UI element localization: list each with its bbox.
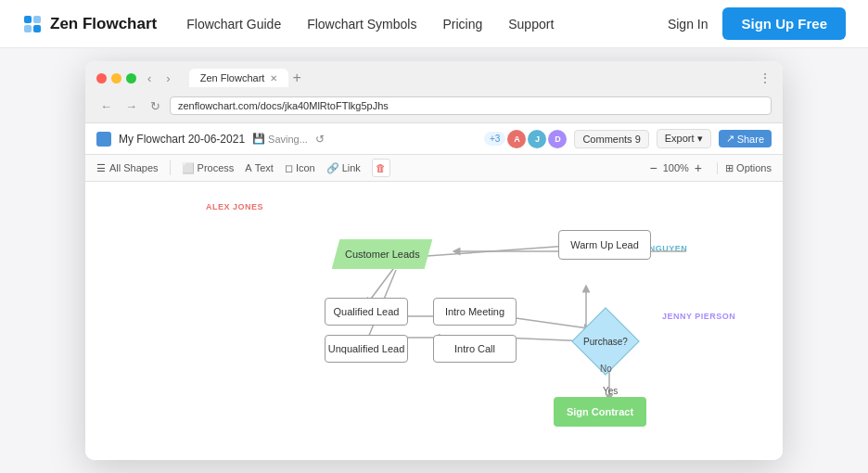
zoom-controls: − 100% + [650,160,703,175]
browser-back-button[interactable]: ‹ [144,70,155,87]
doc-icon [96,132,111,147]
browser-menu-button[interactable]: ⋮ [759,70,772,85]
zoom-level: 100% [663,162,689,173]
node-intro-meeting[interactable]: Intro Meeting [433,298,517,326]
node-qualified-lead[interactable]: Qualified Lead [325,298,408,326]
svg-rect-2 [24,25,32,32]
doc-title: My Flowchart 20-06-2021 [119,133,245,146]
sign-in-link[interactable]: Sign In [668,17,708,32]
browser-address-bar: ← → ↻ [85,93,783,122]
node-sign-contract[interactable]: Sign Contract [554,397,646,427]
avatar-3: D [548,130,567,148]
tab-bar: Zen Flowchart ✕ + [189,69,751,87]
delete-button[interactable]: 🗑 [372,159,390,177]
svg-rect-1 [33,16,41,23]
logo-text: Zen Flowchart [50,15,157,33]
export-button[interactable]: Export ▾ [657,129,711,148]
main-content: ‹ › Zen Flowchart ✕ + ⋮ ← → ↻ [0,48,868,473]
nav-flowchart-guide[interactable]: Flowchart Guide [186,17,281,32]
navbar: Zen Flowchart Flowchart Guide Flowchart … [0,0,868,48]
logo-icon [22,14,43,34]
address-bar-input[interactable] [170,96,772,115]
link-tool[interactable]: 🔗 Link [326,162,361,174]
svg-rect-3 [33,25,41,32]
tab-title: Zen Flowchart [200,72,265,83]
collaborator-count: +3 [484,132,505,146]
browser-window: ‹ › Zen Flowchart ✕ + ⋮ ← → ↻ [85,61,783,460]
nav-actions: Sign In Sign Up Free [668,7,846,40]
text-tool[interactable]: A Text [245,162,274,173]
comments-button[interactable]: Comments 9 [574,130,648,148]
nav-support[interactable]: Support [508,17,554,32]
traffic-lights [96,73,136,83]
node-intro-call[interactable]: Intro Call [433,335,517,363]
nav-pricing[interactable]: Pricing [442,17,482,32]
traffic-light-green[interactable] [126,73,136,83]
saving-status: 💾 Saving... [252,133,308,145]
traffic-light-red[interactable] [96,73,107,83]
icon-tool[interactable]: ◻ Icon [285,162,315,174]
user-label-jenny: JENNY PIERSON [662,312,735,321]
process-tool[interactable]: ⬜ Process [182,162,235,174]
node-unqualified-lead[interactable]: Unqualified Lead [325,335,408,363]
browser-nav-forward[interactable]: → [121,97,141,115]
nav-flowchart-symbols[interactable]: Flowchart Symbols [307,17,416,32]
node-customer-leads[interactable]: Customer Leads [332,239,433,269]
shape-toolbar: ☰ All Shapes ⬜ Process A Text ◻ Icon 🔗 L… [85,155,783,182]
zoom-in-button[interactable]: + [695,160,702,175]
browser-tab[interactable]: Zen Flowchart ✕ [189,69,289,87]
collaborator-avatars: +3 A J D [484,130,567,148]
canvas-area[interactable]: ALEX JONES DAVID NGUYEN JENNY PIERSON [85,182,783,460]
options-button[interactable]: ⊞ Options [717,162,772,174]
browser-chrome: ‹ › Zen Flowchart ✕ + ⋮ ← → ↻ [85,61,783,123]
sign-up-button[interactable]: Sign Up Free [722,7,846,40]
tab-close-button[interactable]: ✕ [270,73,277,83]
svg-rect-0 [24,16,32,23]
zoom-out-button[interactable]: − [650,160,657,175]
toolbar-divider [170,160,171,175]
browser-title-bar: ‹ › Zen Flowchart ✕ + ⋮ [85,61,783,93]
all-shapes-label[interactable]: ☰ All Shapes [96,162,159,174]
refresh-icon[interactable]: ↺ [315,133,325,146]
save-icon: 💾 [252,133,265,145]
browser-nav-back[interactable]: ← [96,97,116,115]
avatar-1: A [507,130,526,148]
avatar-2: J [528,130,546,148]
no-label: No [600,364,612,374]
share-button[interactable]: ↗ Share [719,130,772,147]
user-label-alex: ALEX JONES [206,202,263,211]
svg-line-4 [368,265,396,302]
browser-refresh[interactable]: ↻ [147,97,164,115]
browser-forward-button[interactable]: › [162,70,173,87]
nav-links: Flowchart Guide Flowchart Symbols Pricin… [186,17,668,32]
node-warm-up-lead[interactable]: Warm Up Lead [558,230,651,260]
traffic-light-yellow[interactable] [111,73,121,83]
yes-label: Yes [603,386,618,396]
new-tab-button[interactable]: + [292,70,300,86]
logo[interactable]: Zen Flowchart [22,14,157,34]
app-toolbar: My Flowchart 20-06-2021 💾 Saving... ↺ +3… [85,123,783,155]
